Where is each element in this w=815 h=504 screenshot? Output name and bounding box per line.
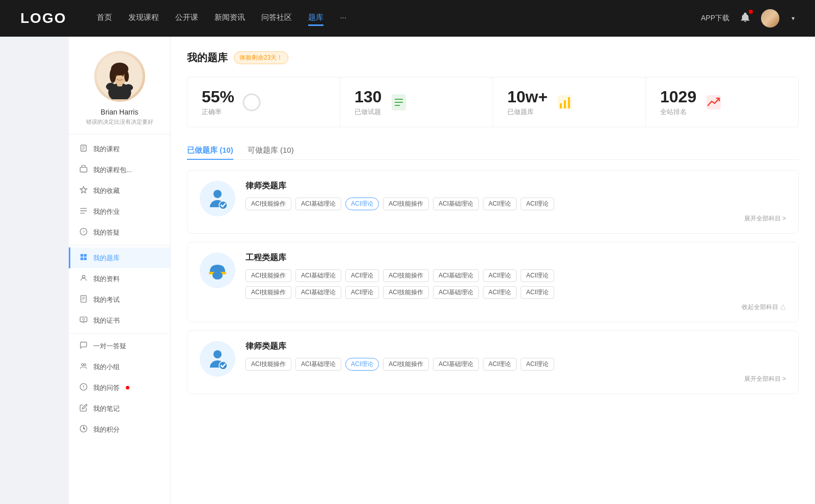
main-layout: Brian Harris 错误的决定比没有决定要好 我的课程 我的课程包... xyxy=(0,37,815,504)
tag-2-r2-5[interactable]: ACI理论 xyxy=(483,286,517,299)
tag-2-1[interactable]: ACI基础理论 xyxy=(295,269,341,282)
stat-rank-label: 全站排名 xyxy=(660,107,696,117)
nav-questions[interactable]: 题库 xyxy=(308,11,323,26)
points-icon xyxy=(79,425,88,434)
expand-btn-3[interactable]: 展开全部科目 > xyxy=(246,375,786,383)
svg-rect-28 xyxy=(80,317,87,322)
tab-todo[interactable]: 可做题库 (10) xyxy=(248,142,294,159)
menu-favorites[interactable]: 我的收藏 xyxy=(69,180,170,201)
tag-3-6[interactable]: ACI理论 xyxy=(521,358,554,371)
star-icon xyxy=(79,186,88,195)
tag-1-5[interactable]: ACI理论 xyxy=(483,198,517,210)
menu-group[interactable]: 我的小组 xyxy=(69,356,170,377)
tag-2-r2-2[interactable]: ACI理论 xyxy=(345,286,379,299)
menu-course-package[interactable]: 我的课程包... xyxy=(69,159,170,180)
tag-3-4[interactable]: ACI基础理论 xyxy=(433,358,479,371)
menu-question-bank[interactable]: 我的题库 xyxy=(69,247,170,268)
tag-2-6[interactable]: ACI理论 xyxy=(521,269,554,282)
menu-homework[interactable]: 我的作业 xyxy=(69,201,170,222)
trial-badge: 体验剩余23天！ xyxy=(234,51,288,64)
nav-qa[interactable]: 问答社区 xyxy=(261,11,292,26)
profile-avatar xyxy=(94,51,145,102)
svg-rect-15 xyxy=(80,167,87,172)
tag-3-3[interactable]: ACI技能操作 xyxy=(383,358,429,371)
menu-exam[interactable]: 我的考试 xyxy=(69,289,170,310)
tag-2-5[interactable]: ACI理论 xyxy=(483,269,517,282)
nav-opencourse[interactable]: 公开课 xyxy=(175,11,198,26)
tag-2-r2-4[interactable]: ACI基础理论 xyxy=(433,286,479,299)
exam-icon xyxy=(79,295,88,304)
tag-2-r2-1[interactable]: ACI基础理论 xyxy=(295,286,341,299)
tag-2-3[interactable]: ACI技能操作 xyxy=(383,269,429,282)
tag-1-3[interactable]: ACI技能操作 xyxy=(383,198,429,210)
menu-homework-label: 我的作业 xyxy=(93,207,120,216)
svg-point-5 xyxy=(110,68,116,83)
nav-home[interactable]: 首页 xyxy=(97,11,112,26)
svg-marker-16 xyxy=(80,186,87,193)
menu-my-course[interactable]: 我的课程 xyxy=(69,138,170,159)
menu-tutoring[interactable]: 一对一答疑 xyxy=(69,335,170,356)
tag-3-1[interactable]: ACI基础理论 xyxy=(295,358,341,371)
app-download-link[interactable]: APP下载 xyxy=(701,14,729,23)
tag-3-0[interactable]: ACI技能操作 xyxy=(246,358,291,371)
tag-1-4[interactable]: ACI基础理论 xyxy=(433,198,479,210)
menu-divider-1 xyxy=(69,245,170,245)
tag-2-0[interactable]: ACI技能操作 xyxy=(246,269,291,282)
tag-1-6[interactable]: ACI理论 xyxy=(521,198,554,210)
stat-questions-text: 130 已做试题 xyxy=(355,88,382,117)
group-icon xyxy=(79,362,88,372)
nav-discover[interactable]: 发现课程 xyxy=(128,11,159,26)
profile-motto: 错误的决定比没有决定要好 xyxy=(86,118,153,126)
stat-questions-value: 130 xyxy=(355,88,382,106)
stat-rank: 1029 全站排名 xyxy=(646,77,798,127)
stat-accuracy: 55% 正确率 xyxy=(187,77,340,127)
banks-icon xyxy=(555,92,575,113)
tag-1-2[interactable]: ACI理论 xyxy=(345,198,379,210)
menu-my-qa[interactable]: 我的问答 xyxy=(69,377,170,398)
menu-profile[interactable]: 我的资料 xyxy=(69,268,170,289)
tag-2-4[interactable]: ACI基础理论 xyxy=(433,269,479,282)
expand-btn-1[interactable]: 展开全部科目 > xyxy=(246,214,786,223)
nav-more[interactable]: ··· xyxy=(340,11,346,26)
menu-points[interactable]: 我的积分 xyxy=(69,419,170,440)
menu-qa[interactable]: ? 我的答疑 xyxy=(69,222,170,243)
tag-1-0[interactable]: ACI技能操作 xyxy=(246,198,291,210)
nav-news[interactable]: 新闻资讯 xyxy=(214,11,245,26)
menu-notes[interactable]: 我的笔记 xyxy=(69,398,170,419)
stat-accuracy-label: 正确率 xyxy=(202,107,234,117)
svg-rect-22 xyxy=(84,258,87,260)
bank-body-3: 律师类题库 ACI技能操作 ACI基础理论 ACI理论 ACI技能操作 ACI基… xyxy=(246,341,786,383)
qa-icon: ? xyxy=(79,228,88,237)
profile-name: Brian Harris xyxy=(101,108,139,116)
tag-2-r2-6[interactable]: ACI理论 xyxy=(521,286,554,299)
tag-2-r2-0[interactable]: ACI技能操作 xyxy=(246,286,291,299)
chat-icon xyxy=(79,341,88,351)
tag-1-1[interactable]: ACI基础理论 xyxy=(295,198,341,210)
collapse-btn-2[interactable]: 收起全部科目 △ xyxy=(246,303,786,312)
notification-badge xyxy=(749,10,753,14)
tag-2-2[interactable]: ACI理论 xyxy=(345,269,379,282)
tag-2-r2-3[interactable]: ACI技能操作 xyxy=(383,286,429,299)
stat-rank-value: 1029 xyxy=(660,88,696,106)
tag-3-5[interactable]: ACI理论 xyxy=(483,358,517,371)
tag-3-2[interactable]: ACI理论 xyxy=(345,358,379,371)
user-menu-chevron[interactable]: ▾ xyxy=(792,15,795,22)
stat-banks-text: 10w+ 已做题库 xyxy=(507,88,548,117)
menu-qa-label: 我的答疑 xyxy=(93,228,120,237)
menu-certificate[interactable]: 我的证书 xyxy=(69,310,170,331)
svg-point-50 xyxy=(212,271,223,279)
menu-divider-2 xyxy=(69,333,170,333)
svg-point-7 xyxy=(115,74,117,76)
tab-done[interactable]: 已做题库 (10) xyxy=(187,142,233,159)
nav-menu: 首页 发现课程 公开课 新闻资讯 问答社区 题库 ··· xyxy=(97,11,681,26)
notification-bell[interactable] xyxy=(740,12,751,25)
user-avatar[interactable] xyxy=(761,9,779,27)
stat-questions-done: 130 已做试题 xyxy=(340,77,493,127)
bank-icon-lawyer-1 xyxy=(200,181,235,216)
page-title: 我的题库 xyxy=(187,51,228,65)
svg-point-34 xyxy=(83,388,84,388)
stats-row: 55% 正确率 130 已做试题 xyxy=(187,77,799,127)
menu-course-package-label: 我的课程包... xyxy=(93,165,132,175)
bank-card-3: 律师类题库 ACI技能操作 ACI基础理论 ACI理论 ACI技能操作 ACI基… xyxy=(187,330,799,394)
menu-group-label: 我的小组 xyxy=(93,362,120,372)
